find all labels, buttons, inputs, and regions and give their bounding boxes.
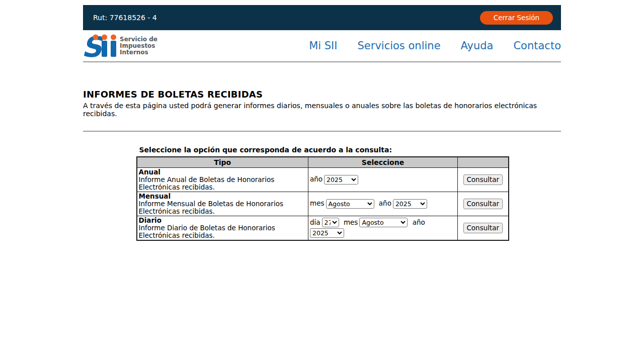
header-action: [458, 157, 509, 167]
nav-mi-sii[interactable]: Mi SII: [309, 40, 337, 52]
page-subtitle: A través de esta página usted podrá gene…: [83, 102, 561, 118]
mensual-month-select[interactable]: Agosto: [326, 199, 374, 209]
section-divider: [83, 131, 561, 132]
table-row-mensual: Mensual Informe Mensual de Boletas de Ho…: [137, 192, 509, 216]
table-row-diario: Diario Informe Diario de Boletas de Hono…: [137, 216, 509, 240]
anual-title: Anual: [139, 168, 307, 176]
diario-year-label: año: [413, 218, 425, 226]
rut-text: Rut: 77618526 - 4: [93, 14, 157, 22]
logo-text-line2: Impuestos: [120, 43, 157, 49]
table-row-anual: Anual Informe Anual de Boletas de Honora…: [137, 167, 509, 192]
anual-tipo-cell: Anual Informe Anual de Boletas de Honora…: [137, 167, 308, 192]
anual-year-select[interactable]: 2025: [324, 175, 358, 185]
logout-button[interactable]: Cerrar Sesión: [480, 11, 553, 25]
header-divider: [83, 61, 561, 62]
diario-day-select[interactable]: 27: [322, 218, 339, 227]
anual-consultar-button[interactable]: Consultar: [463, 174, 503, 185]
anual-desc: Informe Anual de Boletas de Honorarios E…: [139, 176, 307, 191]
mensual-title: Mensual: [139, 193, 307, 200]
diario-desc: Informe Diario de Boletas de Honorarios …: [139, 224, 307, 239]
diario-year-select[interactable]: 2025: [310, 228, 344, 238]
diario-fields-line1: día27 mesAgosto año: [310, 218, 456, 227]
page-container: Rut: 77618526 - 4 Cerrar Sesión S Servic…: [83, 5, 561, 241]
mensual-action-cell: Consultar: [458, 192, 509, 216]
consulta-instruction: Seleccione la opción que corresponda de …: [136, 146, 508, 154]
anual-year-label: año: [310, 175, 323, 183]
anual-action-cell: Consultar: [458, 167, 509, 192]
anual-seleccione-cell: año2025: [308, 167, 458, 192]
main-nav: Mi SII Servicios online Ayuda Contacto: [289, 40, 561, 52]
mensual-tipo-cell: Mensual Informe Mensual de Boletas de Ho…: [137, 192, 308, 216]
page-title: INFORMES DE BOLETAS RECIBIDAS: [83, 89, 561, 100]
logo-text: Servicio de Impuestos Internos: [120, 36, 157, 56]
site-header: S Servicio de Impuestos Internos Mi SII …: [83, 30, 561, 61]
diario-month-label: mes: [344, 218, 358, 226]
sii-logo-icon: S: [83, 34, 116, 58]
mensual-year-select[interactable]: 2025: [393, 199, 427, 209]
mensual-desc: Informe Mensual de Boletas de Honorarios…: [139, 200, 307, 215]
header-tipo: Tipo: [137, 157, 308, 167]
logo-text-line1: Servicio de: [120, 36, 157, 43]
diario-day-label: día: [310, 218, 320, 226]
session-bar: Rut: 77618526 - 4 Cerrar Sesión: [83, 5, 561, 30]
table-header-row: Tipo Seleccione: [137, 157, 509, 167]
diario-tipo-cell: Diario Informe Diario de Boletas de Hono…: [137, 216, 308, 240]
diario-action-cell: Consultar: [458, 216, 509, 240]
diario-month-select[interactable]: Agosto: [359, 218, 408, 227]
diario-title: Diario: [139, 217, 307, 224]
diario-fields-line2: 2025: [310, 228, 456, 238]
consulta-section: Seleccione la opción que corresponda de …: [136, 146, 508, 241]
sii-logo[interactable]: S Servicio de Impuestos Internos: [83, 34, 157, 58]
logo-text-line3: Internos: [120, 49, 157, 56]
nav-servicios-online[interactable]: Servicios online: [358, 40, 441, 52]
nav-contacto[interactable]: Contacto: [513, 40, 561, 52]
mensual-consultar-button[interactable]: Consultar: [463, 199, 503, 209]
header-seleccione: Seleccione: [308, 157, 458, 167]
consulta-table: Tipo Seleccione Anual Informe Anual de B…: [136, 156, 509, 241]
diario-seleccione-cell: día27 mesAgosto año 2025: [308, 216, 458, 240]
diario-consultar-button[interactable]: Consultar: [463, 223, 503, 233]
nav-ayuda[interactable]: Ayuda: [461, 40, 494, 52]
mensual-year-label: año: [379, 199, 391, 207]
mensual-month-label: mes: [310, 199, 325, 207]
mensual-seleccione-cell: mesAgosto año2025: [308, 192, 458, 216]
